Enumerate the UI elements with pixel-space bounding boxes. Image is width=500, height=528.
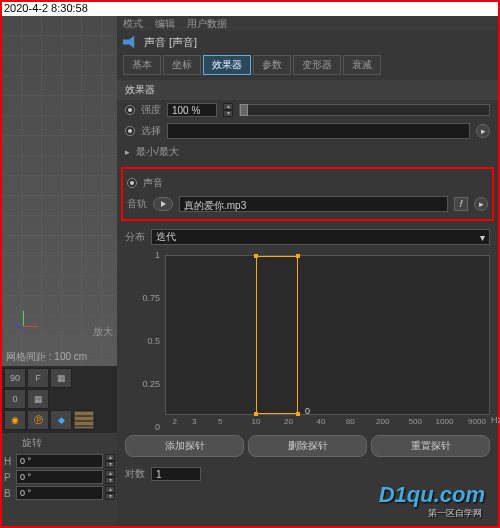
timestamp-bar: 2020-4-2 8:30:58 bbox=[0, 0, 500, 16]
ytick-1: 1 bbox=[125, 250, 160, 260]
distribution-dropdown[interactable]: 迭代▾ bbox=[151, 229, 490, 245]
h-label: H bbox=[4, 456, 14, 467]
tool-button-1[interactable]: ▦ bbox=[50, 368, 72, 388]
minmax-label: 最小/最大 bbox=[136, 145, 179, 159]
sound-header: 声音 bbox=[143, 176, 163, 190]
track-label: 音轨 bbox=[127, 197, 147, 211]
intensity-radio[interactable] bbox=[125, 105, 135, 115]
key-button[interactable]: ◆ bbox=[50, 410, 72, 430]
b-down[interactable]: ▾ bbox=[105, 493, 115, 500]
pairs-field[interactable]: 1 bbox=[151, 467, 201, 481]
ytick-025: 0.25 bbox=[125, 379, 160, 389]
track-browse[interactable]: ▸ bbox=[474, 197, 488, 211]
object-title-row: 声音 [声音] bbox=[117, 31, 498, 53]
select-label: 选择 bbox=[141, 124, 161, 138]
p-up[interactable]: ▴ bbox=[105, 470, 115, 477]
h-up[interactable]: ▴ bbox=[105, 454, 115, 461]
add-probe-button[interactable]: 添加探针 bbox=[125, 435, 244, 457]
viewport-3d[interactable]: 网格间距 : 100 cm bbox=[2, 16, 117, 366]
f-button[interactable]: F bbox=[27, 368, 49, 388]
fov-field[interactable]: 90 bbox=[4, 368, 26, 388]
chevron-down-icon: ▾ bbox=[480, 232, 485, 243]
axis-gizmo[interactable] bbox=[8, 311, 38, 341]
film-button[interactable] bbox=[73, 410, 95, 430]
record-button[interactable]: ◉ bbox=[4, 410, 26, 430]
left-toolbar: 90 F ▦ 0 ▦ ◉ Ⓟ ◆ bbox=[2, 366, 117, 433]
rotate-section-label: 旋转 bbox=[2, 433, 117, 453]
play-button[interactable] bbox=[153, 197, 173, 211]
p-down[interactable]: ▾ bbox=[105, 477, 115, 484]
tab-effector[interactable]: 效果器 bbox=[203, 55, 251, 75]
speaker-icon bbox=[123, 34, 139, 50]
tool-button-2[interactable]: 0 bbox=[4, 389, 26, 409]
left-panel: 网格间距 : 100 cm 90 F ▦ 0 ▦ ◉ Ⓟ ◆ 旋转 H 0 ° … bbox=[2, 16, 117, 526]
envelope-box[interactable] bbox=[256, 256, 298, 414]
pairs-label: 对数 bbox=[125, 467, 145, 481]
intensity-label: 强度 bbox=[141, 103, 161, 117]
chart-row-label: 放大 bbox=[93, 325, 113, 339]
ytick-05: 0.5 bbox=[125, 336, 160, 346]
p-input[interactable]: 0 ° bbox=[16, 470, 103, 484]
ytick-075: 0.75 bbox=[125, 293, 160, 303]
track-field[interactable]: 真的爱你.mp3 bbox=[179, 196, 448, 212]
tabs: 基本 坐标 效果器 参数 变形器 衰减 bbox=[117, 53, 498, 77]
b-label: B bbox=[4, 488, 14, 499]
grid-spacing-label: 网格间距 : 100 cm bbox=[6, 350, 87, 364]
select-field[interactable] bbox=[167, 123, 470, 139]
highlight-border: 网格间距 : 100 cm 90 F ▦ 0 ▦ ◉ Ⓟ ◆ 旋转 H 0 ° … bbox=[0, 16, 500, 528]
distribution-label: 分布 bbox=[125, 230, 145, 244]
intensity-slider[interactable] bbox=[239, 104, 490, 116]
menu-edit[interactable]: 编辑 bbox=[155, 17, 175, 31]
effector-header: 效果器 bbox=[117, 80, 498, 100]
remove-probe-button[interactable]: 删除探针 bbox=[248, 435, 367, 457]
tool-button-3[interactable]: ▦ bbox=[27, 389, 49, 409]
fx-icon[interactable]: f bbox=[454, 197, 468, 211]
select-radio[interactable] bbox=[125, 126, 135, 136]
intensity-down[interactable]: ▾ bbox=[223, 110, 233, 117]
h-input[interactable]: 0 ° bbox=[16, 454, 103, 468]
ytick-0: 0 bbox=[125, 422, 160, 432]
expand-icon[interactable]: ▸ bbox=[125, 147, 130, 157]
sound-radio[interactable] bbox=[127, 178, 137, 188]
tab-deformer[interactable]: 变形器 bbox=[293, 55, 341, 75]
p-label: P bbox=[4, 472, 14, 483]
sound-highlight-box: 声音 音轨 真的爱你.mp3 f ▸ bbox=[121, 167, 494, 221]
attribute-panel: 模式 编辑 用户数据 声音 [声音] 基本 坐标 效果器 参数 变形器 衰减 效… bbox=[117, 16, 498, 526]
envelope-chart[interactable]: 放大 1 0.75 0.5 0.25 0 0 2 3 5 10 20 40 80 bbox=[125, 255, 490, 427]
menu-userdata[interactable]: 用户数据 bbox=[187, 17, 227, 31]
tab-basic[interactable]: 基本 bbox=[123, 55, 161, 75]
menu-bar: 模式 编辑 用户数据 bbox=[117, 16, 498, 31]
p-button[interactable]: Ⓟ bbox=[27, 410, 49, 430]
b-up[interactable]: ▴ bbox=[105, 486, 115, 493]
b-input[interactable]: 0 ° bbox=[16, 486, 103, 500]
intensity-field[interactable]: 100 % bbox=[167, 103, 217, 117]
intensity-up[interactable]: ▴ bbox=[223, 103, 233, 110]
h-down[interactable]: ▾ bbox=[105, 461, 115, 468]
object-title: 声音 [声音] bbox=[144, 35, 197, 50]
reset-probe-button[interactable]: 重置探针 bbox=[371, 435, 490, 457]
x-unit: Hz bbox=[491, 415, 500, 425]
tab-coord[interactable]: 坐标 bbox=[163, 55, 201, 75]
menu-mode[interactable]: 模式 bbox=[123, 17, 143, 31]
tab-falloff[interactable]: 衰减 bbox=[343, 55, 381, 75]
tab-params[interactable]: 参数 bbox=[253, 55, 291, 75]
select-picker[interactable]: ▸ bbox=[476, 124, 490, 138]
